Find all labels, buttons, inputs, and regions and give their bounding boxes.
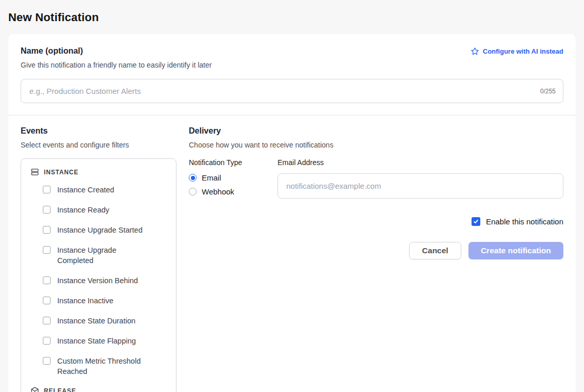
configure-with-ai-link[interactable]: Configure with AI instead	[471, 47, 563, 56]
checkbox-unchecked[interactable]	[43, 357, 51, 365]
events-column: Events Select events and configure filte…	[21, 126, 176, 392]
event-item-label: Instance State Flapping	[57, 336, 136, 346]
delivery-subtitle: Choose how you want to receive notificat…	[189, 141, 563, 149]
name-section-header: Name (optional) Configure with AI instea…	[21, 46, 563, 56]
event-group-label: INSTANCE	[44, 169, 78, 176]
event-item-instance-version-behind[interactable]: Instance Version Behind	[29, 275, 168, 286]
radio-option-label: Webhook	[202, 187, 234, 196]
checkbox-unchecked[interactable]	[43, 206, 51, 214]
event-item-label: Instance Created	[57, 185, 114, 195]
checkbox-unchecked[interactable]	[43, 317, 51, 324]
event-item-instance-state-duration[interactable]: Instance State Duration	[29, 316, 168, 326]
delivery-title: Delivery	[189, 126, 563, 136]
enable-notification-label: Enable this notification	[486, 217, 563, 226]
event-item-label: Instance Upgrade Started	[57, 225, 142, 235]
radio-unselected-icon[interactable]	[189, 188, 197, 195]
notification-type-group: Notification Type Email Webhook	[189, 158, 265, 201]
email-address-label: Email Address	[278, 158, 563, 167]
checkbox-unchecked[interactable]	[43, 297, 51, 304]
checkbox-unchecked[interactable]	[43, 186, 51, 193]
event-item-label: Instance Upgrade Completed	[57, 245, 146, 266]
event-item-instance-created[interactable]: Instance Created	[29, 185, 168, 195]
event-item-instance-ready[interactable]: Instance Ready	[29, 205, 168, 215]
events-list: INSTANCE Instance Created Instance Ready…	[21, 158, 176, 392]
event-item-label: Instance State Duration	[57, 316, 136, 326]
event-item-instance-upgrade-started[interactable]: Instance Upgrade Started	[29, 225, 168, 235]
email-address-input[interactable]	[278, 173, 563, 199]
event-group-header-release: RELEASE	[30, 386, 168, 392]
radio-option-webhook[interactable]: Webhook	[189, 187, 265, 196]
event-group-header-instance: INSTANCE	[30, 168, 168, 176]
star-icon	[471, 47, 479, 56]
event-item-label: Instance Version Behind	[57, 275, 138, 286]
radio-option-label: Email	[202, 173, 221, 182]
configure-with-ai-label: Configure with AI instead	[483, 47, 563, 55]
checkbox-checked[interactable]	[472, 217, 480, 226]
event-item-label: Instance Ready	[57, 205, 109, 215]
notification-type-label: Notification Type	[189, 158, 265, 167]
name-section-subtitle: Give this notification a friendly name t…	[21, 61, 563, 69]
event-item-label: Instance Inactive	[57, 296, 113, 306]
package-icon	[30, 386, 39, 392]
page-title: New Notification	[8, 11, 576, 24]
event-item-instance-upgrade-completed[interactable]: Instance Upgrade Completed	[29, 245, 168, 266]
cancel-button[interactable]: Cancel	[409, 242, 461, 259]
event-item-instance-inactive[interactable]: Instance Inactive	[29, 296, 168, 306]
char-counter: 0/255	[540, 88, 556, 95]
checkbox-unchecked[interactable]	[43, 276, 51, 284]
events-subtitle: Select events and configure filters	[21, 141, 176, 149]
create-notification-button[interactable]: Create notification	[468, 242, 563, 259]
notification-name-input[interactable]	[21, 79, 563, 103]
radio-selected-icon[interactable]	[189, 174, 197, 182]
form-actions: Cancel Create notification	[189, 242, 563, 259]
radio-option-email[interactable]: Email	[189, 173, 265, 182]
checkbox-unchecked[interactable]	[43, 226, 51, 234]
event-item-instance-state-flapping[interactable]: Instance State Flapping	[29, 336, 168, 346]
checkbox-unchecked[interactable]	[43, 246, 51, 254]
event-item-custom-metric-threshold[interactable]: Custom Metric Threshold Reached	[29, 356, 168, 377]
new-notification-card: Name (optional) Configure with AI instea…	[8, 34, 576, 392]
enable-notification-row[interactable]: Enable this notification	[189, 217, 563, 226]
events-title: Events	[21, 126, 176, 136]
server-icon	[30, 168, 39, 176]
section-divider	[8, 115, 576, 116]
checkbox-unchecked[interactable]	[43, 337, 51, 345]
event-group-label: RELEASE	[44, 387, 76, 392]
event-item-label: Custom Metric Threshold Reached	[57, 356, 146, 377]
page-header: New Notification	[0, 0, 584, 34]
name-section-title: Name (optional)	[21, 46, 83, 56]
email-address-group: Email Address	[278, 158, 563, 201]
delivery-column: Delivery Choose how you want to receive …	[189, 126, 563, 392]
name-input-wrap: 0/255	[21, 79, 563, 103]
